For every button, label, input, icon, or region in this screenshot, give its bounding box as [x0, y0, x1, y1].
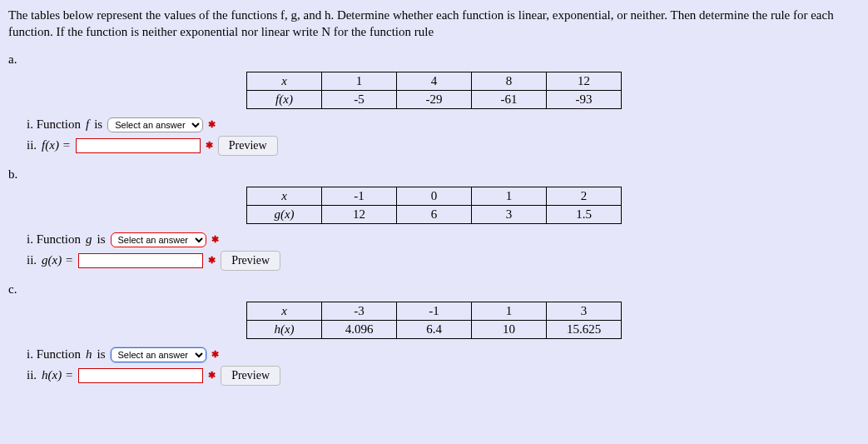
- part-a-i-fn: f: [86, 117, 89, 132]
- part-c-i-fn: h: [86, 347, 92, 362]
- table-a-y1: -29: [397, 90, 472, 108]
- part-b-i-prefix: i. Function: [27, 232, 81, 247]
- part-a-ii-prefix: ii.: [27, 138, 37, 152]
- table-c-var: x: [247, 302, 322, 320]
- part-b-ii-fn: g(x) =: [42, 253, 73, 267]
- part-c-rule-input[interactable]: [78, 368, 203, 383]
- asterisk-icon: ✱: [208, 119, 216, 130]
- table-c-x2: 1: [472, 302, 547, 320]
- part-b-i-fn: g: [86, 232, 92, 247]
- part-b-label: b.: [8, 167, 860, 182]
- table-c-y0: 4.096: [322, 320, 397, 338]
- table-b-fn: g(x): [247, 205, 322, 223]
- part-c-preview-button[interactable]: Preview: [221, 366, 280, 386]
- part-a-rule-input[interactable]: [76, 138, 201, 153]
- part-c-ii-prefix: ii.: [27, 368, 37, 382]
- part-c-label: c.: [8, 282, 860, 297]
- table-c-x1: -1: [397, 302, 472, 320]
- table-a-y2: -61: [472, 90, 547, 108]
- table-b-y1: 6: [397, 205, 472, 223]
- asterisk-icon: ✱: [208, 255, 216, 266]
- part-b-preview-button[interactable]: Preview: [221, 251, 280, 271]
- part-b-i-suffix: is: [97, 232, 106, 247]
- table-a-var: x: [247, 72, 322, 90]
- table-b-y3: 1.5: [547, 205, 622, 223]
- table-a: x 1 4 8 12 f(x) -5 -29 -61 -93: [246, 72, 622, 109]
- table-c-fn: h(x): [247, 320, 322, 338]
- table-a-y0: -5: [322, 90, 397, 108]
- table-c: x -3 -1 1 3 h(x) 4.096 6.4 10 15.625: [246, 302, 622, 339]
- part-b-rule-input[interactable]: [78, 253, 203, 268]
- table-b-x0: -1: [322, 187, 397, 205]
- table-b-var: x: [247, 187, 322, 205]
- part-c-i-prefix: i. Function: [27, 347, 81, 362]
- table-b-y0: 12: [322, 205, 397, 223]
- part-c-ii-fn: h(x) =: [42, 368, 73, 382]
- part-a-i-suffix: is: [94, 117, 102, 132]
- table-b-x2: 1: [472, 187, 547, 205]
- table-c-y1: 6.4: [397, 320, 472, 338]
- table-c-x0: -3: [322, 302, 397, 320]
- table-b: x -1 0 1 2 g(x) 12 6 3 1.5: [246, 187, 622, 224]
- part-a-type-select[interactable]: Select an answer: [107, 117, 203, 132]
- table-c-x3: 3: [547, 302, 622, 320]
- part-c-i-suffix: is: [97, 347, 106, 362]
- table-a-x0: 1: [322, 72, 397, 90]
- table-c-y3: 15.625: [547, 320, 622, 338]
- part-b-type-select[interactable]: Select an answer: [111, 232, 206, 247]
- table-a-x1: 4: [397, 72, 472, 90]
- asterisk-icon: ✱: [208, 370, 216, 381]
- table-b-y2: 3: [472, 205, 547, 223]
- table-b-x1: 0: [397, 187, 472, 205]
- asterisk-icon: ✱: [211, 349, 219, 360]
- asterisk-icon: ✱: [211, 234, 219, 245]
- part-a-i-prefix: i. Function: [27, 117, 81, 132]
- table-a-x3: 12: [547, 72, 622, 90]
- table-a-y3: -93: [547, 90, 622, 108]
- question-text: The tables below represent the values of…: [8, 7, 860, 41]
- part-b-ii-prefix: ii.: [27, 253, 37, 267]
- table-a-x2: 8: [472, 72, 547, 90]
- table-c-y2: 10: [472, 320, 547, 338]
- table-a-fn: f(x): [247, 90, 322, 108]
- asterisk-icon: ✱: [206, 140, 213, 151]
- part-a-label: a.: [8, 52, 860, 67]
- part-a-preview-button[interactable]: Preview: [218, 136, 278, 156]
- table-b-x3: 2: [547, 187, 622, 205]
- part-c-type-select[interactable]: Select an answer: [111, 347, 206, 362]
- part-a-ii-fn: f(x) =: [42, 138, 71, 152]
